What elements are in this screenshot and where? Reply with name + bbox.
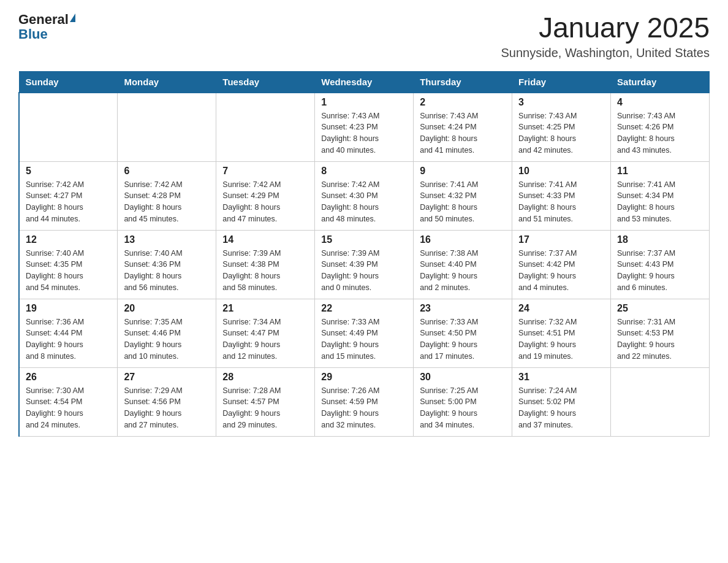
day-info: Sunrise: 7:40 AM Sunset: 4:36 PM Dayligh… <box>124 248 210 294</box>
calendar-cell: 6Sunrise: 7:42 AM Sunset: 4:28 PM Daylig… <box>118 161 216 230</box>
calendar-cell: 29Sunrise: 7:26 AM Sunset: 4:59 PM Dayli… <box>315 367 414 436</box>
calendar-cell: 10Sunrise: 7:41 AM Sunset: 4:33 PM Dayli… <box>512 161 611 230</box>
day-of-week-thursday: Thursday <box>414 71 512 93</box>
day-number: 15 <box>321 234 407 245</box>
logo: General Blue <box>18 12 75 42</box>
day-of-week-tuesday: Tuesday <box>216 71 315 93</box>
day-info: Sunrise: 7:34 AM Sunset: 4:47 PM Dayligh… <box>222 316 308 362</box>
logo-triangle-icon <box>70 13 75 22</box>
calendar-cell: 24Sunrise: 7:32 AM Sunset: 4:51 PM Dayli… <box>512 299 611 367</box>
day-number: 20 <box>124 303 210 314</box>
calendar-cell: 20Sunrise: 7:35 AM Sunset: 4:46 PM Dayli… <box>118 299 216 367</box>
week-row-3: 12Sunrise: 7:40 AM Sunset: 4:35 PM Dayli… <box>19 230 710 299</box>
day-of-week-sunday: Sunday <box>19 71 118 93</box>
day-number: 27 <box>124 372 210 383</box>
calendar-cell: 8Sunrise: 7:42 AM Sunset: 4:30 PM Daylig… <box>315 161 414 230</box>
day-info: Sunrise: 7:38 AM Sunset: 4:40 PM Dayligh… <box>420 248 506 294</box>
day-number: 11 <box>617 166 703 177</box>
calendar-subtitle: Sunnyside, Washington, United States <box>501 46 710 60</box>
day-number: 2 <box>420 97 506 108</box>
calendar-cell: 16Sunrise: 7:38 AM Sunset: 4:40 PM Dayli… <box>414 230 512 299</box>
day-number: 12 <box>26 234 111 245</box>
calendar-cell: 21Sunrise: 7:34 AM Sunset: 4:47 PM Dayli… <box>216 299 315 367</box>
calendar-cell: 18Sunrise: 7:37 AM Sunset: 4:43 PM Dayli… <box>611 230 710 299</box>
day-number: 17 <box>518 234 604 245</box>
day-number: 14 <box>222 234 308 245</box>
calendar-cell: 28Sunrise: 7:28 AM Sunset: 4:57 PM Dayli… <box>216 367 315 436</box>
day-info: Sunrise: 7:32 AM Sunset: 4:51 PM Dayligh… <box>518 316 604 362</box>
calendar-cell: 13Sunrise: 7:40 AM Sunset: 4:36 PM Dayli… <box>118 230 216 299</box>
week-row-1: 1Sunrise: 7:43 AM Sunset: 4:23 PM Daylig… <box>19 93 710 162</box>
calendar-header: SundayMondayTuesdayWednesdayThursdayFrid… <box>19 71 710 93</box>
calendar-cell <box>216 93 315 162</box>
calendar-cell: 26Sunrise: 7:30 AM Sunset: 4:54 PM Dayli… <box>19 367 118 436</box>
day-number: 31 <box>518 372 604 383</box>
calendar-cell: 17Sunrise: 7:37 AM Sunset: 4:42 PM Dayli… <box>512 230 611 299</box>
day-number: 5 <box>26 166 111 177</box>
day-number: 22 <box>321 303 407 314</box>
week-row-4: 19Sunrise: 7:36 AM Sunset: 4:44 PM Dayli… <box>19 299 710 367</box>
calendar-cell: 31Sunrise: 7:24 AM Sunset: 5:02 PM Dayli… <box>512 367 611 436</box>
day-number: 9 <box>420 166 506 177</box>
day-info: Sunrise: 7:33 AM Sunset: 4:49 PM Dayligh… <box>321 316 407 362</box>
day-info: Sunrise: 7:42 AM Sunset: 4:30 PM Dayligh… <box>321 179 407 225</box>
day-number: 25 <box>617 303 703 314</box>
day-info: Sunrise: 7:41 AM Sunset: 4:33 PM Dayligh… <box>518 179 604 225</box>
day-info: Sunrise: 7:29 AM Sunset: 4:56 PM Dayligh… <box>124 385 210 431</box>
day-number: 24 <box>518 303 604 314</box>
day-info: Sunrise: 7:24 AM Sunset: 5:02 PM Dayligh… <box>518 385 604 431</box>
day-info: Sunrise: 7:41 AM Sunset: 4:32 PM Dayligh… <box>420 179 506 225</box>
day-number: 29 <box>321 372 407 383</box>
day-info: Sunrise: 7:42 AM Sunset: 4:27 PM Dayligh… <box>26 179 111 225</box>
logo-general-text: General <box>18 12 69 27</box>
day-info: Sunrise: 7:43 AM Sunset: 4:24 PM Dayligh… <box>420 110 506 156</box>
day-info: Sunrise: 7:41 AM Sunset: 4:34 PM Dayligh… <box>617 179 703 225</box>
calendar-table: SundayMondayTuesdayWednesdayThursdayFrid… <box>18 71 710 437</box>
calendar-cell: 30Sunrise: 7:25 AM Sunset: 5:00 PM Dayli… <box>414 367 512 436</box>
day-of-week-wednesday: Wednesday <box>315 71 414 93</box>
day-info: Sunrise: 7:39 AM Sunset: 4:39 PM Dayligh… <box>321 248 407 294</box>
day-number: 23 <box>420 303 506 314</box>
calendar-cell <box>118 93 216 162</box>
calendar-body: 1Sunrise: 7:43 AM Sunset: 4:23 PM Daylig… <box>19 93 710 437</box>
day-number: 1 <box>321 97 407 108</box>
calendar-cell: 12Sunrise: 7:40 AM Sunset: 4:35 PM Dayli… <box>19 230 118 299</box>
day-info: Sunrise: 7:30 AM Sunset: 4:54 PM Dayligh… <box>26 385 111 431</box>
calendar-cell <box>19 93 118 162</box>
day-number: 28 <box>222 372 308 383</box>
logo-blue-text: Blue <box>18 27 48 42</box>
calendar-cell: 22Sunrise: 7:33 AM Sunset: 4:49 PM Dayli… <box>315 299 414 367</box>
day-info: Sunrise: 7:36 AM Sunset: 4:44 PM Dayligh… <box>26 316 111 362</box>
week-row-2: 5Sunrise: 7:42 AM Sunset: 4:27 PM Daylig… <box>19 161 710 230</box>
day-info: Sunrise: 7:33 AM Sunset: 4:50 PM Dayligh… <box>420 316 506 362</box>
day-number: 26 <box>26 372 111 383</box>
day-number: 10 <box>518 166 604 177</box>
day-of-week-friday: Friday <box>512 71 611 93</box>
calendar-cell: 11Sunrise: 7:41 AM Sunset: 4:34 PM Dayli… <box>611 161 710 230</box>
day-info: Sunrise: 7:25 AM Sunset: 5:00 PM Dayligh… <box>420 385 506 431</box>
day-info: Sunrise: 7:43 AM Sunset: 4:23 PM Dayligh… <box>321 110 407 156</box>
day-number: 3 <box>518 97 604 108</box>
day-info: Sunrise: 7:43 AM Sunset: 4:25 PM Dayligh… <box>518 110 604 156</box>
days-of-week-row: SundayMondayTuesdayWednesdayThursdayFrid… <box>19 71 710 93</box>
calendar-cell: 4Sunrise: 7:43 AM Sunset: 4:26 PM Daylig… <box>611 93 710 162</box>
calendar-cell: 15Sunrise: 7:39 AM Sunset: 4:39 PM Dayli… <box>315 230 414 299</box>
day-of-week-saturday: Saturday <box>611 71 710 93</box>
calendar-cell: 1Sunrise: 7:43 AM Sunset: 4:23 PM Daylig… <box>315 93 414 162</box>
week-row-5: 26Sunrise: 7:30 AM Sunset: 4:54 PM Dayli… <box>19 367 710 436</box>
calendar-cell <box>611 367 710 436</box>
day-info: Sunrise: 7:37 AM Sunset: 4:42 PM Dayligh… <box>518 248 604 294</box>
day-info: Sunrise: 7:42 AM Sunset: 4:28 PM Dayligh… <box>124 179 210 225</box>
calendar-cell: 14Sunrise: 7:39 AM Sunset: 4:38 PM Dayli… <box>216 230 315 299</box>
day-info: Sunrise: 7:39 AM Sunset: 4:38 PM Dayligh… <box>222 248 308 294</box>
day-info: Sunrise: 7:42 AM Sunset: 4:29 PM Dayligh… <box>222 179 308 225</box>
day-info: Sunrise: 7:28 AM Sunset: 4:57 PM Dayligh… <box>222 385 308 431</box>
day-number: 21 <box>222 303 308 314</box>
day-number: 4 <box>617 97 703 108</box>
day-info: Sunrise: 7:31 AM Sunset: 4:53 PM Dayligh… <box>617 316 703 362</box>
calendar-cell: 27Sunrise: 7:29 AM Sunset: 4:56 PM Dayli… <box>118 367 216 436</box>
calendar-cell: 7Sunrise: 7:42 AM Sunset: 4:29 PM Daylig… <box>216 161 315 230</box>
page-header: General Blue January 2025 Sunnyside, Was… <box>18 12 710 60</box>
day-info: Sunrise: 7:26 AM Sunset: 4:59 PM Dayligh… <box>321 385 407 431</box>
day-number: 8 <box>321 166 407 177</box>
